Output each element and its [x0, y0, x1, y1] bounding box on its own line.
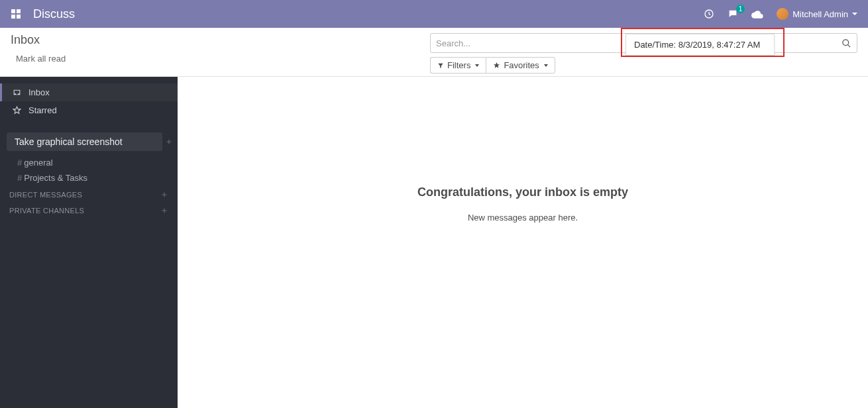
sidebar-channel-general[interactable]: #general [0, 155, 178, 170]
user-name: Mitchell Admin [792, 9, 848, 19]
breadcrumb: Inbox [11, 33, 66, 47]
hash-icon: # [17, 158, 22, 168]
navbar-left: Discuss [11, 7, 75, 21]
favorites-button[interactable]: Favorites [486, 57, 555, 74]
datetime-text: Date/Time: 8/3/2019, 8:47:27 AM [634, 40, 760, 50]
take-screenshot-label: Take graphical screenshot [15, 136, 123, 147]
sidebar-inbox-label: Inbox [28, 87, 50, 97]
add-icon[interactable] [160, 191, 168, 199]
control-panel: Inbox Mark all read Filters Favorites Da… [0, 28, 868, 77]
clock-icon[interactable] [704, 9, 714, 19]
chevron-down-icon [852, 13, 857, 15]
star-icon [13, 106, 22, 115]
inbox-icon [13, 88, 22, 97]
filters-button[interactable]: Filters [430, 57, 486, 74]
app-title[interactable]: Discuss [33, 7, 75, 21]
sidebar-starred-label: Starred [28, 105, 57, 115]
channel-label: general [24, 158, 52, 168]
cloud-icon[interactable] [751, 9, 763, 19]
apps-icon[interactable] [11, 9, 21, 19]
empty-inbox-subtitle: New messages appear here. [468, 213, 578, 223]
funnel-icon [437, 62, 444, 69]
add-icon[interactable] [165, 138, 173, 146]
private-channels-label: PRIVATE CHANNELS [9, 207, 84, 215]
message-badge: 1 [736, 5, 745, 13]
filters-label: Filters [447, 60, 470, 70]
hash-icon: # [17, 173, 22, 183]
filter-row: Filters Favorites [430, 57, 857, 74]
direct-messages-label: DIRECT MESSAGES [9, 191, 82, 199]
main: Inbox Starred Take graphical screenshot … [0, 77, 868, 408]
sidebar: Inbox Starred Take graphical screenshot … [0, 77, 178, 408]
top-navbar: Discuss 1 Mitchell Admin [0, 0, 868, 28]
favorites-label: Favorites [504, 60, 539, 70]
sidebar-channel-projects-tasks[interactable]: #Projects & Tasks [0, 170, 178, 185]
mark-all-read-button[interactable]: Mark all read [11, 54, 66, 64]
channel-label: Projects & Tasks [24, 173, 87, 183]
take-screenshot-button[interactable]: Take graphical screenshot [7, 132, 162, 151]
datetime-popup: Date/Time: 8/3/2019, 8:47:27 AM [625, 34, 775, 56]
svg-line-2 [847, 44, 850, 47]
star-icon [493, 62, 500, 69]
avatar [777, 8, 788, 20]
user-menu[interactable]: Mitchell Admin [777, 8, 857, 20]
sidebar-item-starred[interactable]: Starred [0, 101, 178, 119]
messages-icon[interactable]: 1 [728, 9, 738, 19]
content: Congratulations, your inbox is empty New… [178, 77, 868, 408]
sidebar-section-direct-messages: DIRECT MESSAGES [0, 185, 178, 201]
search-icon[interactable] [841, 38, 851, 48]
navbar-right: 1 Mitchell Admin [704, 8, 857, 20]
sidebar-item-inbox[interactable]: Inbox [0, 83, 178, 101]
chevron-down-icon [475, 64, 479, 67]
add-icon[interactable] [160, 207, 168, 215]
svg-point-1 [843, 39, 849, 45]
cp-left: Inbox Mark all read [11, 33, 66, 64]
chevron-down-icon [544, 64, 548, 67]
empty-inbox-title: Congratulations, your inbox is empty [417, 185, 628, 199]
sidebar-section-private-channels: PRIVATE CHANNELS [0, 201, 178, 217]
